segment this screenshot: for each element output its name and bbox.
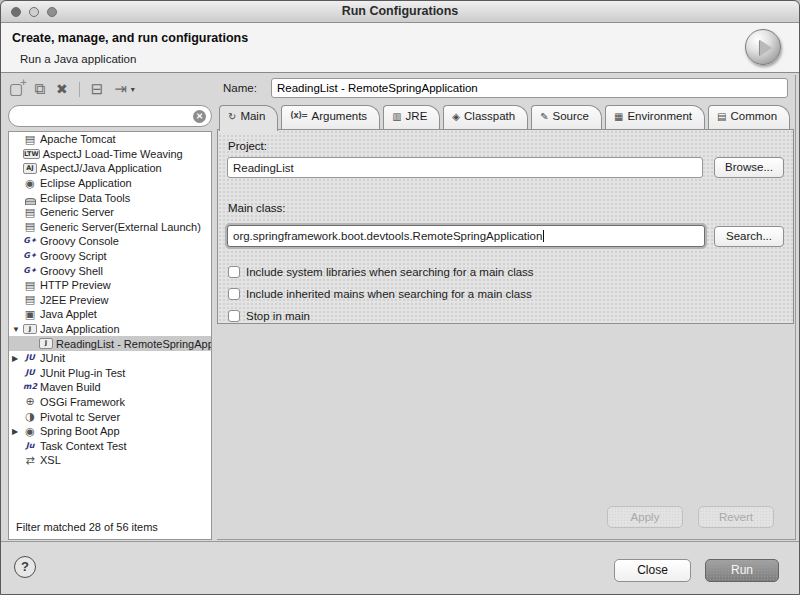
- tree-item-groovy-script[interactable]: G✦Groovy Script: [9, 249, 211, 264]
- checkbox-label: Stop in main: [246, 310, 310, 322]
- zoom-window-icon[interactable]: [47, 7, 57, 17]
- tab-label: Source: [553, 110, 589, 122]
- close-button[interactable]: Close: [614, 559, 691, 582]
- checkbox-row-1[interactable]: Include inherited mains when searching f…: [228, 288, 532, 300]
- filter-status: Filter matched 28 of 56 items: [16, 521, 158, 533]
- server-icon: ▤: [23, 221, 37, 232]
- checkbox-icon[interactable]: [228, 310, 240, 322]
- window-title: Run Configurations: [1, 1, 799, 22]
- tree-item-eclipse-application[interactable]: ◉Eclipse Application: [9, 176, 211, 191]
- tab-main[interactable]: ↻Main: [219, 105, 278, 131]
- tree-item-groovy-shell[interactable]: G✦Groovy Shell: [9, 263, 211, 278]
- checkbox-icon[interactable]: [228, 288, 240, 300]
- checkbox-icon[interactable]: [228, 266, 240, 278]
- tree-item-pivotal-tc-server[interactable]: ◑Pivotal tc Server: [9, 409, 211, 424]
- tab-jre[interactable]: ▥JRE: [383, 105, 440, 129]
- tree-item-spring-boot-app[interactable]: ▶◉Spring Boot App: [9, 424, 211, 439]
- tree-item-osgi-framework[interactable]: ⊕OSGi Framework: [9, 395, 211, 410]
- tree-item-xsl[interactable]: ⇄XSL: [9, 453, 211, 468]
- text-caret: [543, 230, 544, 242]
- collapsed-arrow-icon[interactable]: ▶: [12, 354, 23, 363]
- tab-common[interactable]: ▤Common: [708, 105, 790, 129]
- aj-icon: AJ: [23, 163, 37, 174]
- tab-source[interactable]: ✎Source: [531, 105, 602, 129]
- browse-button[interactable]: Browse...: [714, 157, 784, 178]
- banner-title: Create, manage, and run configurations: [12, 31, 248, 45]
- tab-label: Main: [240, 110, 265, 122]
- tree-item-label: ReadingList - RemoteSpringApplication: [56, 338, 211, 350]
- tab-arguments[interactable]: (x)=Arguments: [281, 105, 380, 129]
- tree-item-label: Spring Boot App: [40, 425, 120, 437]
- filter-icon[interactable]: ⇥: [114, 82, 127, 97]
- collapse-all-icon[interactable]: ⊟: [91, 82, 104, 97]
- server-icon: ▤: [23, 294, 37, 305]
- project-input[interactable]: ReadingList: [227, 157, 703, 178]
- title-bar: Run Configurations: [1, 1, 799, 23]
- tree-item-label: Eclipse Application: [40, 177, 132, 189]
- help-button[interactable]: ?: [14, 556, 36, 578]
- new-document-icon[interactable]: ▢+: [9, 82, 23, 97]
- task-icon: Ju: [23, 442, 37, 450]
- classpath-icon: ◈: [452, 111, 460, 122]
- groovy-icon: G✦: [23, 237, 37, 245]
- java-app-icon: J: [23, 324, 37, 335]
- tree-item-java-application[interactable]: ▼JJava Application: [9, 322, 211, 337]
- close-window-icon[interactable]: [11, 7, 21, 17]
- run-button[interactable]: Run: [705, 559, 779, 582]
- server-icon: ▤: [23, 280, 37, 291]
- filter-input[interactable]: [19, 107, 189, 125]
- duplicate-icon[interactable]: ⧉: [34, 82, 45, 97]
- tree-item-apache-tomcat[interactable]: ▤Apache Tomcat: [9, 132, 211, 147]
- bottom-button-bar: ? Close Run: [1, 541, 799, 595]
- apply-button[interactable]: Apply: [607, 506, 683, 528]
- tree-item-generic-server-external-launch[interactable]: ▤Generic Server(External Launch): [9, 220, 211, 235]
- minimize-window-icon[interactable]: [29, 7, 39, 17]
- name-input[interactable]: [271, 78, 788, 98]
- tree-item-readinglist-remotespringapplication[interactable]: JReadingList - RemoteSpringApplication: [9, 336, 211, 351]
- tree-item-junit-plug-in-test[interactable]: JUJUnit Plug-in Test: [9, 366, 211, 381]
- tree-item-task-context-test[interactable]: JuTask Context Test: [9, 438, 211, 453]
- tree-item-label: JUnit: [40, 352, 65, 364]
- delete-x-icon[interactable]: ✖: [56, 82, 68, 96]
- tree-item-junit[interactable]: ▶JUJUnit: [9, 351, 211, 366]
- tree-item-j2ee-preview[interactable]: ▤J2EE Preview: [9, 293, 211, 308]
- tree-item-http-preview[interactable]: ▤HTTP Preview: [9, 278, 211, 293]
- main-class-input[interactable]: org.springframework.boot.devtools.Remote…: [227, 225, 705, 247]
- tab-label: Arguments: [312, 110, 368, 122]
- checkbox-row-0[interactable]: Include system libraries when searching …: [228, 266, 534, 278]
- revert-button[interactable]: Revert: [698, 506, 774, 528]
- tree-item-generic-server[interactable]: ▤Generic Server: [9, 205, 211, 220]
- run-tab-icon: ↻: [228, 111, 236, 122]
- project-label: Project:: [228, 140, 267, 152]
- tree-item-groovy-console[interactable]: G✦Groovy Console: [9, 234, 211, 249]
- clear-filter-icon[interactable]: ✕: [193, 110, 206, 123]
- tree-item-java-applet[interactable]: ▣Java Applet: [9, 307, 211, 322]
- xsl-icon: ⇄: [23, 455, 37, 466]
- tree-item-label: Pivotal tc Server: [40, 411, 120, 423]
- tree-item-label: Apache Tomcat: [40, 133, 116, 145]
- checkbox-label: Include inherited mains when searching f…: [246, 288, 532, 300]
- tree-item-eclipse-data-tools[interactable]: Eclipse Data Tools: [9, 190, 211, 205]
- pivotal-icon: ◑: [23, 411, 37, 422]
- applet-icon: ▣: [23, 309, 37, 320]
- tab-bar: ↻Main(x)=Arguments▥JRE◈Classpath✎Source▦…: [219, 105, 793, 130]
- tab-environment[interactable]: ▦Environment: [605, 105, 705, 129]
- configurations-toolbar: ▢+⧉✖⊟⇥▾: [9, 77, 135, 101]
- dropdown-arrow-icon[interactable]: ▾: [131, 85, 135, 94]
- tree-item-label: Java Applet: [40, 308, 97, 320]
- m2-icon: m2: [23, 383, 37, 391]
- expanded-arrow-icon[interactable]: ▼: [12, 325, 23, 334]
- tree-item-label: AspectJ Load-Time Weaving: [43, 148, 183, 160]
- ltw-icon: LTW: [23, 149, 40, 160]
- tree-item-maven-build[interactable]: m2Maven Build: [9, 380, 211, 395]
- search-button[interactable]: Search...: [714, 226, 784, 247]
- checkbox-row-2[interactable]: Stop in main: [228, 310, 310, 322]
- tab-label: Classpath: [464, 110, 515, 122]
- tab-label: Environment: [627, 110, 692, 122]
- collapsed-arrow-icon[interactable]: ▶: [12, 427, 23, 436]
- tree-item-aspectj-load-time-weaving[interactable]: LTWAspectJ Load-Time Weaving: [9, 147, 211, 162]
- tree-item-aspectj-java-application[interactable]: AJAspectJ/Java Application: [9, 161, 211, 176]
- source-icon: ✎: [540, 111, 548, 122]
- jre-library-icon: ▥: [392, 111, 401, 122]
- tab-classpath[interactable]: ◈Classpath: [443, 105, 528, 129]
